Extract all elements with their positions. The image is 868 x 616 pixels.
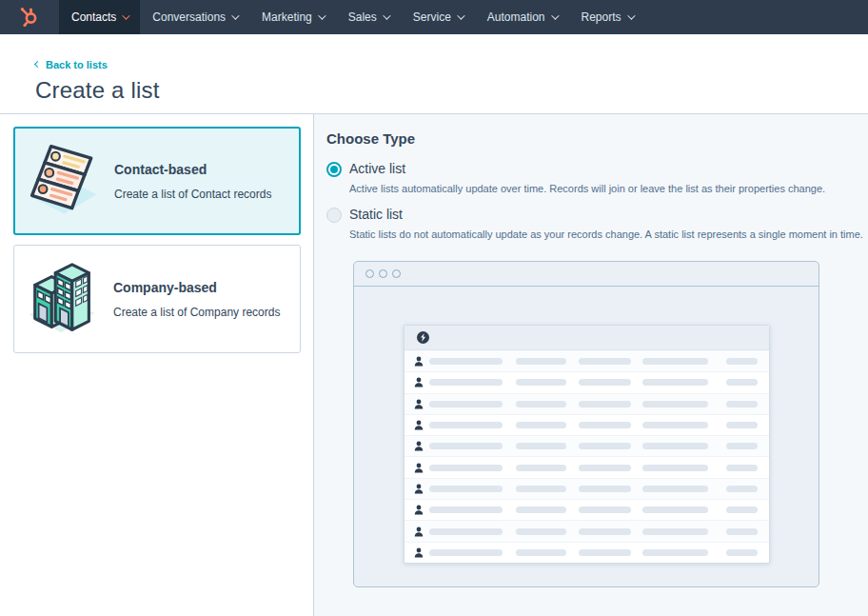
person-icon xyxy=(414,399,424,409)
placeholder-bar xyxy=(726,379,758,386)
nav-item-label: Sales xyxy=(348,10,377,24)
preview-table-row xyxy=(404,414,769,435)
option-label[interactable]: Static list xyxy=(349,207,863,222)
placeholder-bar xyxy=(429,465,503,471)
back-link-label: Back to lists xyxy=(46,59,108,70)
person-icon xyxy=(414,527,424,537)
person-icon xyxy=(414,420,424,430)
placeholder-bar xyxy=(516,422,566,428)
option-text: Active list Active lists automatically u… xyxy=(349,161,825,194)
placeholder-bar xyxy=(642,507,708,513)
nav-item-service[interactable]: Service xyxy=(401,0,475,34)
nav-item-marketing[interactable]: Marketing xyxy=(249,0,336,34)
card-text: Contact-based Create a list of Contact r… xyxy=(114,162,271,201)
placeholder-bar xyxy=(429,379,503,386)
placeholder-bar xyxy=(516,401,566,407)
company-based-card[interactable]: Company-based Create a list of Company r… xyxy=(13,245,301,353)
contact-based-card[interactable]: Contact-based Create a list of Contact r… xyxy=(13,127,301,235)
active-list-radio[interactable] xyxy=(326,162,342,177)
nav-item-contacts[interactable]: Contacts xyxy=(59,0,140,34)
placeholder-bar xyxy=(579,486,631,492)
person-icon xyxy=(414,484,424,494)
placeholder-bar xyxy=(726,358,758,365)
preview-table-row xyxy=(404,499,769,520)
option-description: Active lists automatically update over t… xyxy=(349,183,825,194)
back-to-lists-link[interactable]: Back to lists xyxy=(35,59,108,70)
choose-type-panel: Choose Type Active list Active lists aut… xyxy=(314,114,868,616)
chevron-down-icon xyxy=(123,11,130,19)
chevron-down-icon xyxy=(457,11,464,19)
person-icon xyxy=(414,463,424,473)
list-preview-window xyxy=(353,261,819,587)
nav-item-automation[interactable]: Automation xyxy=(475,0,569,34)
card-text: Company-based Create a list of Company r… xyxy=(113,280,280,319)
placeholder-bar xyxy=(726,486,758,492)
window-control-icon xyxy=(379,269,387,278)
placeholder-bar xyxy=(429,528,503,535)
nav-item-sales[interactable]: Sales xyxy=(336,0,401,34)
chevron-down-icon xyxy=(231,11,239,19)
placeholder-bar xyxy=(726,443,758,449)
placeholder-bar xyxy=(429,401,503,407)
placeholder-bar xyxy=(429,549,503,556)
placeholder-bar xyxy=(579,465,631,471)
person-icon xyxy=(414,356,424,367)
placeholder-bar xyxy=(726,401,758,407)
placeholder-bar xyxy=(726,422,758,428)
nav-item-reports[interactable]: Reports xyxy=(569,0,645,34)
placeholder-bar xyxy=(516,358,566,365)
preview-table-row xyxy=(404,435,769,456)
page-header: Back to lists Create a list xyxy=(0,34,868,114)
placeholder-bar xyxy=(726,549,758,556)
top-nav: Contacts Conversations Marketing Sales S… xyxy=(0,0,868,34)
placeholder-bar xyxy=(516,486,566,492)
placeholder-bar xyxy=(642,465,708,471)
placeholder-bar xyxy=(516,443,566,449)
card-subtitle: Create a list of Contact records xyxy=(114,188,271,201)
option-label[interactable]: Active list xyxy=(349,161,825,176)
placeholder-bar xyxy=(726,465,758,471)
placeholder-bar xyxy=(579,507,631,513)
placeholder-bar xyxy=(642,443,708,449)
person-icon xyxy=(414,441,424,451)
chevron-down-icon xyxy=(383,11,390,19)
nav-item-conversations[interactable]: Conversations xyxy=(140,0,249,34)
static-list-radio[interactable] xyxy=(326,208,342,223)
preview-table-row xyxy=(404,542,769,563)
placeholder-bar xyxy=(579,422,631,428)
radio-dot xyxy=(330,166,338,173)
placeholder-bar xyxy=(516,465,566,471)
placeholder-bar xyxy=(642,379,708,386)
placeholder-bar xyxy=(429,507,503,513)
placeholder-bar xyxy=(642,358,708,365)
page-title: Create a list xyxy=(35,77,868,104)
active-list-option: Active list Active lists automatically u… xyxy=(326,161,868,194)
person-icon xyxy=(414,505,424,515)
person-icon xyxy=(414,547,424,558)
preview-table-row xyxy=(404,371,769,392)
window-control-icon xyxy=(365,269,374,278)
placeholder-bar xyxy=(579,549,631,556)
preview-table-row xyxy=(404,456,769,477)
placeholder-bar xyxy=(579,401,631,407)
option-text: Static list Static lists do not automati… xyxy=(349,207,863,240)
preview-window-titlebar xyxy=(354,262,819,287)
placeholder-bar xyxy=(429,358,503,365)
placeholder-bar xyxy=(642,528,708,535)
content-area: Contact-based Create a list of Contact r… xyxy=(0,114,868,616)
preview-table-header xyxy=(404,326,769,350)
company-buildings-illustration xyxy=(14,257,113,341)
placeholder-bar xyxy=(516,528,566,535)
nav-item-label: Reports xyxy=(582,10,621,24)
contact-list-illustration xyxy=(15,139,114,223)
placeholder-bar xyxy=(579,443,631,449)
placeholder-bar xyxy=(579,528,631,535)
preview-table-row xyxy=(404,478,769,499)
nav-item-label: Marketing xyxy=(262,10,312,24)
preview-table-row xyxy=(404,350,769,371)
placeholder-bar xyxy=(726,528,758,535)
placeholder-bar xyxy=(642,549,708,556)
hubspot-logo[interactable] xyxy=(0,0,59,34)
placeholder-bar xyxy=(516,549,566,556)
choose-type-heading: Choose Type xyxy=(326,130,868,147)
